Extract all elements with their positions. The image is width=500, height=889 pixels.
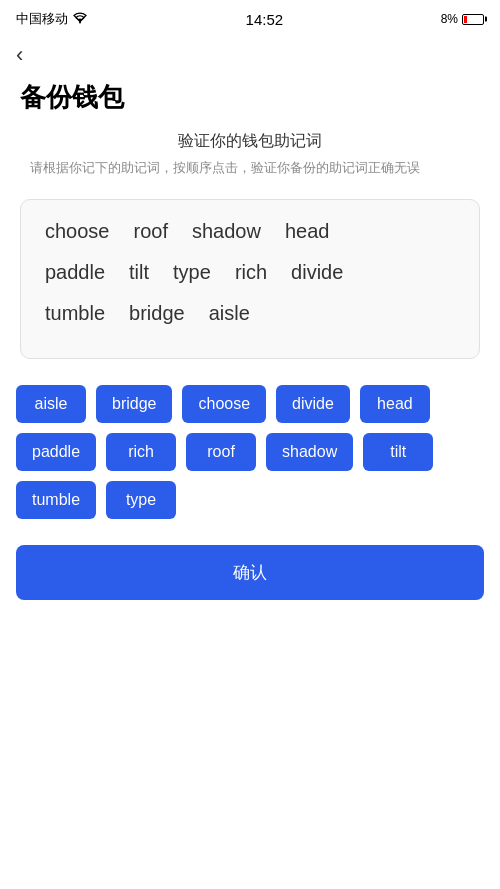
display-word: rich <box>235 261 267 284</box>
word-chip[interactable]: shadow <box>266 433 353 471</box>
display-word: tumble <box>45 302 105 325</box>
word-chip[interactable]: tumble <box>16 481 96 519</box>
svg-point-0 <box>79 21 81 23</box>
battery-percent-label: 8% <box>441 12 458 26</box>
display-word: divide <box>291 261 343 284</box>
word-chip[interactable]: head <box>360 385 430 423</box>
page-title: 备份钱包 <box>0 72 500 131</box>
word-chip[interactable]: rich <box>106 433 176 471</box>
word-chip[interactable]: roof <box>186 433 256 471</box>
display-row-1: chooseroofshadowhead <box>45 220 455 243</box>
word-chip[interactable]: tilt <box>363 433 433 471</box>
display-word: paddle <box>45 261 105 284</box>
word-chip[interactable]: type <box>106 481 176 519</box>
word-chip[interactable]: choose <box>182 385 266 423</box>
word-display-area: chooseroofshadowhead paddletilttyperichd… <box>20 199 480 359</box>
battery-icon <box>462 14 484 25</box>
display-row-3: tumblebridgeaisle <box>45 302 455 325</box>
status-time: 14:52 <box>246 11 284 28</box>
carrier-label: 中国移动 <box>16 10 68 28</box>
word-chip[interactable]: divide <box>276 385 350 423</box>
display-word: shadow <box>192 220 261 243</box>
word-chip[interactable]: paddle <box>16 433 96 471</box>
section-desc: 请根据你记下的助记词，按顺序点击，验证你备份的助记词正确无误 <box>20 158 480 179</box>
display-word: roof <box>134 220 168 243</box>
word-chip[interactable]: bridge <box>96 385 172 423</box>
status-left: 中国移动 <box>16 10 88 28</box>
display-row-2: paddletilttyperichdivide <box>45 261 455 284</box>
status-bar: 中国移动 14:52 8% <box>0 0 500 34</box>
display-word: type <box>173 261 211 284</box>
section-header: 验证你的钱包助记词 请根据你记下的助记词，按顺序点击，验证你备份的助记词正确无误 <box>0 131 500 189</box>
display-word: head <box>285 220 330 243</box>
confirm-button[interactable]: 确认 <box>16 545 484 600</box>
back-button[interactable]: ‹ <box>0 34 39 72</box>
status-right: 8% <box>441 12 484 26</box>
display-word: aisle <box>209 302 250 325</box>
wifi-icon <box>72 12 88 27</box>
word-chip[interactable]: aisle <box>16 385 86 423</box>
section-title: 验证你的钱包助记词 <box>20 131 480 152</box>
display-word: tilt <box>129 261 149 284</box>
display-word: choose <box>45 220 110 243</box>
display-word: bridge <box>129 302 185 325</box>
word-chips-container: aislebridgechoosedivideheadpaddlerichroo… <box>0 375 500 535</box>
